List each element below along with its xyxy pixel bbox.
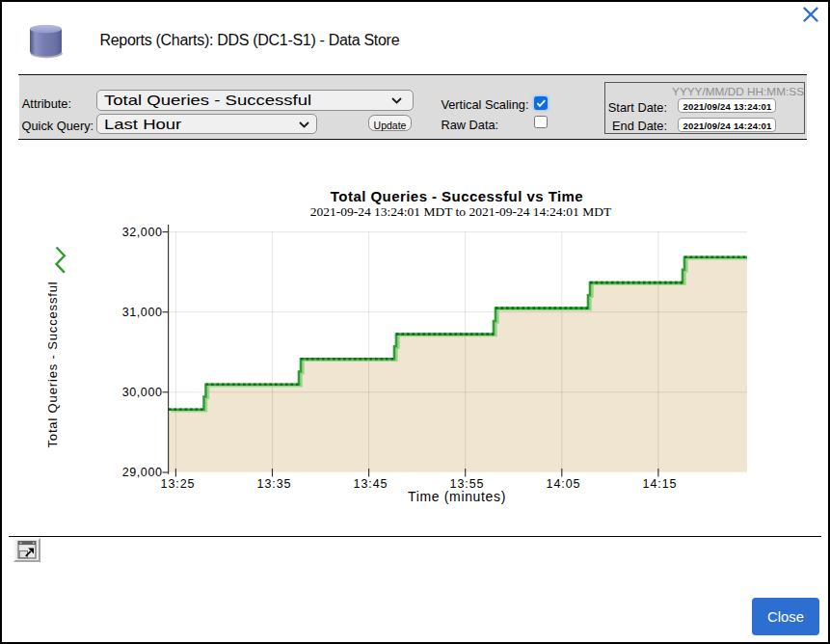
svg-text:30,000: 30,000 [122,386,163,399]
svg-text:14:15: 14:15 [643,477,678,491]
svg-text:31,000: 31,000 [122,306,163,319]
svg-text:29,000: 29,000 [122,466,163,479]
svg-text:14:05: 14:05 [547,477,581,491]
svg-text:2021-09-24 13:24:01 MDT to 202: 2021-09-24 13:24:01 MDT to 2021-09-24 14… [310,204,612,219]
svg-text:Total Queries - Successful: Total Queries - Successful [45,281,60,447]
svg-text:Total Queries - Successful vs: Total Queries - Successful vs Time [331,188,583,204]
svg-text:13:25: 13:25 [161,477,196,491]
svg-text:13:45: 13:45 [354,477,388,491]
svg-text:32,000: 32,000 [122,226,163,239]
svg-text:13:35: 13:35 [257,477,292,491]
svg-text:Time (minutes): Time (minutes) [408,489,506,504]
